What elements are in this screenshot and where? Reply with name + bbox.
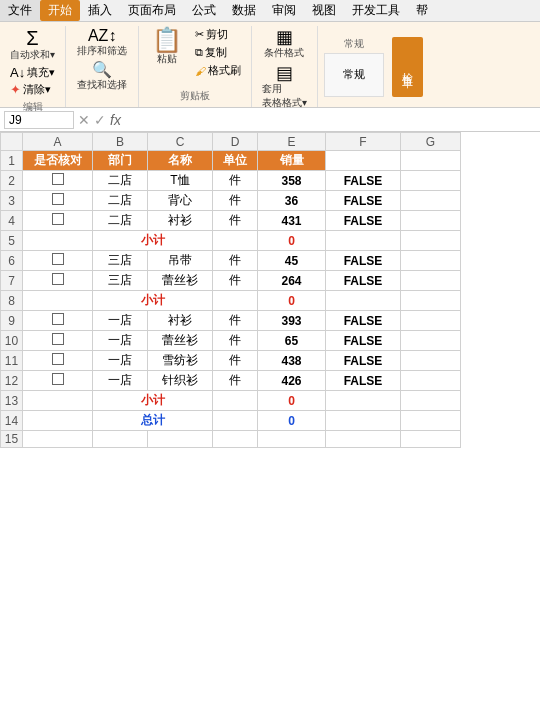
- cell-f15[interactable]: [326, 431, 401, 448]
- cell-c4[interactable]: 衬衫: [148, 211, 213, 231]
- cell-d4[interactable]: 件: [213, 211, 258, 231]
- cell-a7[interactable]: [23, 271, 93, 291]
- cell-bc8-subtotal[interactable]: 小计: [93, 291, 213, 311]
- cell-d1[interactable]: 单位: [213, 151, 258, 171]
- cell-a15[interactable]: [23, 431, 93, 448]
- formula-cancel-icon[interactable]: ✕: [78, 112, 90, 128]
- cell-a4[interactable]: [23, 211, 93, 231]
- cell-c9[interactable]: 衬衫: [148, 311, 213, 331]
- menu-page-layout[interactable]: 页面布局: [120, 0, 184, 21]
- cell-g2[interactable]: [401, 171, 461, 191]
- cell-f7[interactable]: FALSE: [326, 271, 401, 291]
- col-header-a[interactable]: A: [23, 133, 93, 151]
- cell-d8[interactable]: [213, 291, 258, 311]
- cell-d2[interactable]: 件: [213, 171, 258, 191]
- cell-d15[interactable]: [213, 431, 258, 448]
- sort-filter-button[interactable]: AZ↕ 排序和筛选: [72, 26, 132, 60]
- cell-c10[interactable]: 蕾丝衫: [148, 331, 213, 351]
- cell-f14[interactable]: [326, 411, 401, 431]
- cell-g14[interactable]: [401, 411, 461, 431]
- cell-g12[interactable]: [401, 371, 461, 391]
- cell-g15[interactable]: [401, 431, 461, 448]
- cell-e1[interactable]: 销量: [258, 151, 326, 171]
- cell-b7[interactable]: 三店: [93, 271, 148, 291]
- cell-e14-total-val[interactable]: 0: [258, 411, 326, 431]
- cell-a10[interactable]: [23, 331, 93, 351]
- cell-f8[interactable]: [326, 291, 401, 311]
- cell-c6[interactable]: 吊带: [148, 251, 213, 271]
- cell-reference[interactable]: J9: [4, 111, 74, 129]
- cell-f13[interactable]: [326, 391, 401, 411]
- cell-bc5-subtotal[interactable]: 小计: [93, 231, 213, 251]
- cell-bc14-total[interactable]: 总计: [93, 411, 213, 431]
- cell-c2[interactable]: T恤: [148, 171, 213, 191]
- cell-c3[interactable]: 背心: [148, 191, 213, 211]
- cell-g4[interactable]: [401, 211, 461, 231]
- checkbox-10[interactable]: [52, 333, 64, 345]
- paste-button[interactable]: 📋 粘贴: [145, 26, 189, 79]
- cell-b1[interactable]: 部门: [93, 151, 148, 171]
- cell-e9[interactable]: 393: [258, 311, 326, 331]
- cell-f2[interactable]: FALSE: [326, 171, 401, 191]
- apply-table-format-button[interactable]: ▤ 套用表格格式▾: [258, 62, 311, 112]
- copy-button[interactable]: ⧉ 复制: [191, 44, 245, 61]
- cell-e11[interactable]: 438: [258, 351, 326, 371]
- cell-c15[interactable]: [148, 431, 213, 448]
- cell-a1[interactable]: 是否核对: [23, 151, 93, 171]
- checkbox-3[interactable]: [52, 193, 64, 205]
- cell-g9[interactable]: [401, 311, 461, 331]
- cell-f4[interactable]: FALSE: [326, 211, 401, 231]
- cell-a13[interactable]: [23, 391, 93, 411]
- cell-a9[interactable]: [23, 311, 93, 331]
- cell-b3[interactable]: 二店: [93, 191, 148, 211]
- checkbox-6[interactable]: [52, 253, 64, 265]
- cell-g7[interactable]: [401, 271, 461, 291]
- col-header-b[interactable]: B: [93, 133, 148, 151]
- cell-b4[interactable]: 二店: [93, 211, 148, 231]
- cell-e6[interactable]: 45: [258, 251, 326, 271]
- cut-button[interactable]: ✂ 剪切: [191, 26, 245, 43]
- cell-d11[interactable]: 件: [213, 351, 258, 371]
- cell-a12[interactable]: [23, 371, 93, 391]
- col-header-f[interactable]: F: [326, 133, 401, 151]
- cell-e13-subtotal-val[interactable]: 0: [258, 391, 326, 411]
- menu-more[interactable]: 帮: [408, 0, 436, 21]
- cell-d10[interactable]: 件: [213, 331, 258, 351]
- formula-fx-icon[interactable]: fx: [110, 112, 121, 128]
- menu-home[interactable]: 开始: [40, 0, 80, 21]
- cell-e3[interactable]: 36: [258, 191, 326, 211]
- cell-f11[interactable]: FALSE: [326, 351, 401, 371]
- menu-developer[interactable]: 开发工具: [344, 0, 408, 21]
- cell-g8[interactable]: [401, 291, 461, 311]
- cell-a6[interactable]: [23, 251, 93, 271]
- cell-b10[interactable]: 一店: [93, 331, 148, 351]
- col-header-e[interactable]: E: [258, 133, 326, 151]
- cell-f6[interactable]: FALSE: [326, 251, 401, 271]
- cell-c12[interactable]: 针织衫: [148, 371, 213, 391]
- check-single-button[interactable]: 检查单: [392, 37, 423, 97]
- menu-view[interactable]: 视图: [304, 0, 344, 21]
- cell-f5[interactable]: [326, 231, 401, 251]
- col-header-c[interactable]: C: [148, 133, 213, 151]
- cell-c11[interactable]: 雪纺衫: [148, 351, 213, 371]
- cond-format-button[interactable]: ▦ 条件格式: [258, 26, 310, 62]
- formula-confirm-icon[interactable]: ✓: [94, 112, 106, 128]
- cell-e7[interactable]: 264: [258, 271, 326, 291]
- checkbox-9[interactable]: [52, 313, 64, 325]
- autosum-button[interactable]: Σ 自动求和▾: [6, 26, 59, 64]
- cell-b15[interactable]: [93, 431, 148, 448]
- cell-a5[interactable]: [23, 231, 93, 251]
- cell-d9[interactable]: 件: [213, 311, 258, 331]
- menu-file[interactable]: 文件: [0, 0, 40, 21]
- formula-input[interactable]: [125, 113, 536, 127]
- cell-d6[interactable]: 件: [213, 251, 258, 271]
- cell-e2[interactable]: 358: [258, 171, 326, 191]
- menu-review[interactable]: 审阅: [264, 0, 304, 21]
- checkbox-12[interactable]: [52, 373, 64, 385]
- cell-f3[interactable]: FALSE: [326, 191, 401, 211]
- menu-formula[interactable]: 公式: [184, 0, 224, 21]
- cell-d3[interactable]: 件: [213, 191, 258, 211]
- normal-style[interactable]: 常规: [324, 53, 384, 97]
- cell-g5[interactable]: [401, 231, 461, 251]
- cell-f12[interactable]: FALSE: [326, 371, 401, 391]
